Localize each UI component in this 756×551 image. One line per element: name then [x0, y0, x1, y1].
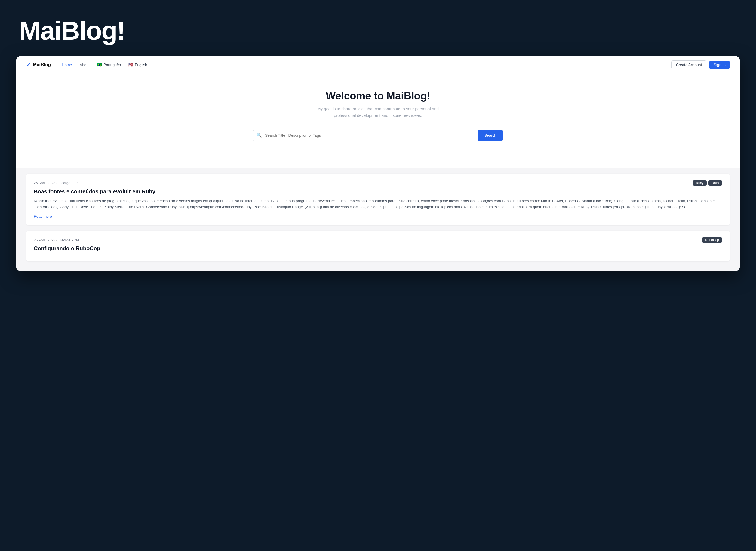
create-account-button[interactable]: Create Account: [671, 60, 707, 69]
lang-en-label: English: [135, 63, 147, 67]
brand-icon: ✓: [26, 62, 31, 68]
article-card: 25 April, 2023 - George Pires Ruby Rails…: [26, 174, 730, 225]
article-excerpt-1: Nessa lista evitamos citar livros clássi…: [34, 198, 722, 210]
nav-actions: Create Account Sign In: [671, 60, 730, 69]
articles-section: 25 April, 2023 - George Pires Ruby Rails…: [16, 168, 740, 271]
flag-en: 🇺🇸: [128, 63, 133, 67]
nav-lang-en[interactable]: 🇺🇸 English: [128, 63, 147, 67]
article-date-author-2: 25 April, 2023 - George Pires: [34, 238, 79, 242]
nav-lang-pt[interactable]: 🇧🇷 Português: [97, 63, 121, 67]
welcome-section: Welcome to MaiBlog! My goal is to share …: [26, 90, 730, 119]
read-more-1[interactable]: Read more: [34, 214, 52, 218]
main-content: Welcome to MaiBlog! My goal is to share …: [16, 74, 740, 168]
tag-ruby[interactable]: Ruby: [693, 180, 707, 186]
tag-rubocop[interactable]: RuboCop: [702, 237, 722, 243]
welcome-title: Welcome to MaiBlog!: [26, 90, 730, 102]
article-title-2: Configurando o RuboCop: [34, 245, 722, 252]
search-bar-container: 🔍 Search: [253, 130, 503, 141]
article-tags-1: Ruby Rails: [693, 180, 722, 186]
search-button[interactable]: Search: [478, 130, 503, 141]
browser-card: ✓ MaiBlog Home About 🇧🇷 Português 🇺🇸 Eng…: [16, 56, 740, 271]
flag-pt: 🇧🇷: [97, 63, 102, 67]
hero-title-area: MaiBlog!: [0, 0, 756, 56]
lang-pt-label: Português: [103, 63, 121, 67]
search-input[interactable]: [265, 130, 478, 141]
brand-name: MaiBlog: [33, 62, 51, 68]
article-meta-1: 25 April, 2023 - George Pires Ruby Rails: [34, 180, 722, 186]
article-date-author-1: 25 April, 2023 - George Pires: [34, 181, 79, 185]
article-title-1: Boas fontes e conteúdos para evoluir em …: [34, 188, 722, 195]
nav-about[interactable]: About: [79, 63, 90, 67]
hero-title: MaiBlog!: [19, 16, 737, 45]
nav-home[interactable]: Home: [62, 63, 72, 67]
tag-rails[interactable]: Rails: [708, 180, 722, 186]
brand-link[interactable]: ✓ MaiBlog: [26, 62, 51, 68]
sign-in-button[interactable]: Sign In: [709, 61, 730, 69]
article-tags-2: RuboCop: [702, 237, 722, 243]
article-card-2: 25 April, 2023 - George Pires RuboCop Co…: [26, 231, 730, 261]
search-icon: 🔍: [253, 133, 265, 138]
welcome-subtitle: My goal is to share articles that can co…: [313, 106, 443, 119]
nav-links: Home About 🇧🇷 Português 🇺🇸 English: [62, 63, 671, 67]
navbar: ✓ MaiBlog Home About 🇧🇷 Português 🇺🇸 Eng…: [16, 56, 740, 74]
article-meta-2: 25 April, 2023 - George Pires RuboCop: [34, 237, 722, 243]
